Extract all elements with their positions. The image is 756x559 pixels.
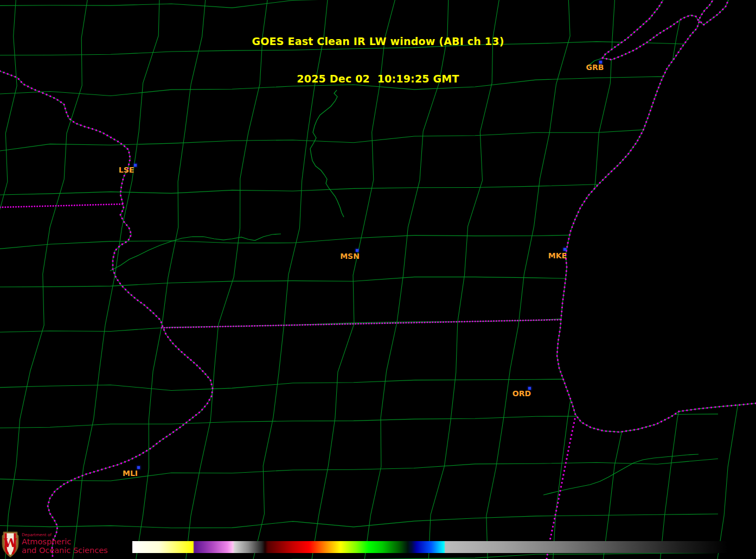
mississippi-river-green [0,71,213,557]
ir-colorbar [132,541,727,553]
station-label: LSE [119,166,134,174]
satellite-viewer: GOES East Clean IR LW window (ABI ch 13)… [0,0,756,559]
title-line2: 2025 Dec 02 10:19:25 GMT [0,73,756,85]
central-river [110,234,281,271]
il-in-border [547,419,575,559]
title-line1: GOES East Clean IR LW window (ABI ch 13) [0,35,756,48]
station-dot [137,466,140,469]
crest-letter: W [3,536,17,550]
station-label: MKE [548,251,567,260]
station-dot [563,248,566,251]
station-label: GRB [586,63,604,72]
logo-line2: and Oceanic Sciences [22,546,108,555]
logo-line1: Atmospheric [22,537,108,546]
image-title: GOES East Clean IR LW window (ABI ch 13)… [0,10,756,110]
uw-crest: W [2,530,19,558]
illinois-river [543,454,699,495]
mn-ia-border [0,204,123,207]
mississippi-border [0,71,213,557]
logo-department: Department of [22,532,108,537]
logo-text: Department of Atmospheric and Oceanic Sc… [22,530,108,555]
uw-aos-logo: W Department of Atmospheric and Oceanic … [2,530,108,558]
station-label: MSN [340,252,360,261]
station-label: MLI [123,469,138,478]
station-dot [356,249,358,252]
station-label: ORD [512,389,531,398]
